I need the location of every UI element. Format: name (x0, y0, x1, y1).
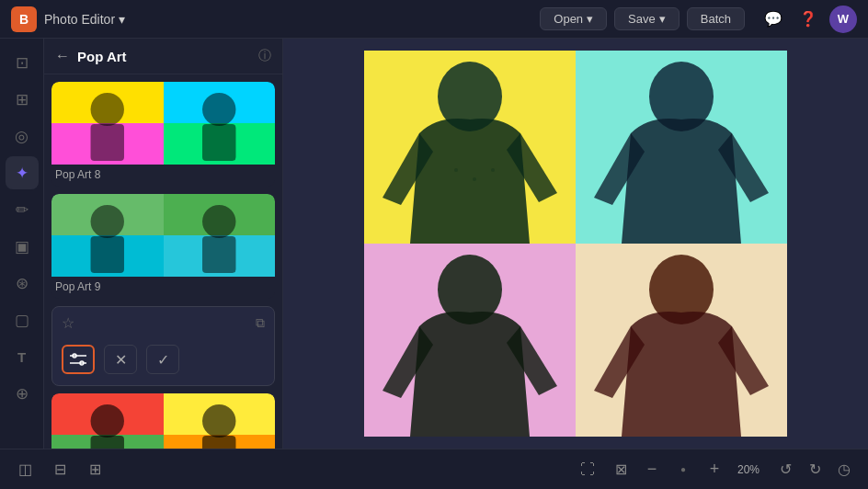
main-content: ⊡ ⊞ ◎ ✦ ✏ ▣ ⊛ ▢ T ⊕ ← Pop Art ⓘ (0, 39, 868, 449)
bottom-bar: ◫ ⊟ ⊞ ⛶ ⊠ − ● + 20% ↺ ↻ ◷ (0, 449, 868, 489)
chat-icon-btn[interactable]: 💬 (760, 6, 787, 33)
effects-panel: ← Pop Art ⓘ (44, 39, 283, 449)
panel-info-icon[interactable]: ⓘ (258, 48, 271, 64)
canvas-area (283, 39, 868, 449)
apply-preset-button[interactable]: ✓ (146, 345, 179, 374)
svg-rect-3 (202, 124, 235, 161)
open-button[interactable]: Open ▾ (540, 7, 607, 30)
svg-rect-1 (91, 124, 124, 161)
sidebar-group-icon[interactable]: ⊛ (6, 267, 39, 300)
svg-rect-13 (91, 436, 124, 449)
sidebar-crop-icon[interactable]: ⊡ (6, 46, 39, 79)
svg-point-17 (454, 168, 458, 172)
app-title-text: Photo Editor (44, 12, 115, 27)
panel-header: ← Pop Art ⓘ (44, 39, 282, 74)
fit-icon[interactable]: ⛶ (574, 456, 601, 483)
sidebar-layers-icon[interactable]: ▣ (6, 230, 39, 263)
sidebar-eye-icon[interactable]: ◎ (6, 119, 39, 153)
undo-button[interactable]: ↺ (772, 457, 798, 483)
favorite-button[interactable]: ☆ (62, 314, 74, 332)
svg-point-14 (202, 404, 235, 438)
pop-art-cell-cream (576, 244, 787, 437)
panel-back-button[interactable]: ← (55, 48, 70, 64)
sidebar-frame-icon[interactable]: ▢ (6, 303, 39, 336)
left-sidebar: ⊡ ⊞ ◎ ✦ ✏ ▣ ⊛ ▢ T ⊕ (0, 39, 44, 449)
svg-rect-7 (202, 236, 235, 273)
copy-button[interactable]: ⧉ (256, 315, 265, 331)
help-icon-btn[interactable]: ❓ (794, 6, 822, 33)
preset-pa9-thumb (51, 194, 275, 277)
app-logo[interactable]: B (11, 6, 37, 32)
adjust-preset-button[interactable] (62, 345, 95, 374)
sidebar-adjust-icon[interactable]: ⊞ (6, 83, 39, 116)
layers-toggle-icon[interactable]: ◫ (11, 456, 39, 483)
preset-pa11-thumb (51, 393, 275, 449)
selected-preset-controls: ☆ ⧉ ✕ ✓ (51, 306, 275, 386)
svg-point-4 (91, 205, 124, 238)
avatar[interactable]: W (829, 6, 857, 33)
app-title-arrow: ▾ (119, 12, 125, 27)
pop-art-cell-pink (364, 244, 576, 437)
preset-list: Pop Art 8 (44, 74, 282, 449)
save-arrow: ▾ (659, 12, 666, 26)
preset-pa9[interactable]: Pop Art 9 (51, 194, 275, 299)
cancel-preset-button[interactable]: ✕ (104, 345, 137, 374)
pop-art-canvas (364, 51, 787, 437)
preset-pa8-thumb (51, 82, 275, 165)
svg-point-6 (202, 205, 235, 238)
zoom-separator: ● (669, 456, 697, 483)
svg-rect-15 (202, 436, 235, 449)
sidebar-effects-icon[interactable]: ✦ (6, 156, 39, 189)
pop-art-cell-cyan (576, 51, 787, 244)
open-arrow: ▾ (587, 12, 593, 26)
svg-point-12 (91, 404, 124, 438)
zoom-out-button[interactable]: − (640, 458, 664, 482)
svg-point-0 (91, 93, 124, 126)
preset-pa9-name: Pop Art 9 (51, 277, 275, 299)
zoom-level-label: 20% (732, 463, 765, 476)
panel-title: Pop Art (77, 49, 251, 64)
svg-point-19 (491, 168, 495, 172)
svg-point-18 (473, 177, 476, 181)
undo-redo-controls: ↺ ↻ ◷ (772, 457, 857, 483)
batch-button[interactable]: Batch (687, 7, 745, 30)
sidebar-text-icon[interactable]: T (6, 340, 39, 373)
svg-rect-5 (91, 236, 124, 273)
preset-pa8-name: Pop Art 8 (51, 165, 275, 187)
preset-pa11[interactable]: Pop Art 11 (51, 393, 275, 449)
compare-icon[interactable]: ⊟ (46, 456, 74, 483)
app-title[interactable]: Photo Editor ▾ (44, 12, 125, 27)
zoom-in-button[interactable]: + (702, 458, 726, 482)
redo-button[interactable]: ↻ (802, 457, 828, 483)
zoom-controls: ⛶ ⊠ − ● + 20% (574, 456, 765, 483)
preset-pa8[interactable]: Pop Art 8 (51, 82, 275, 187)
svg-point-2 (202, 93, 235, 126)
topbar-icons: 💬 ❓ W (760, 6, 857, 33)
sidebar-brush-icon[interactable]: ✏ (6, 193, 39, 226)
topbar: B Photo Editor ▾ Open ▾ Save ▾ Batch 💬 ❓… (0, 0, 868, 39)
fullscreen-icon[interactable]: ⊠ (607, 456, 634, 483)
pop-art-cell-yellow (364, 51, 576, 244)
save-button[interactable]: Save ▾ (614, 7, 680, 30)
sidebar-plugin-icon[interactable]: ⊕ (6, 377, 39, 410)
grid-toggle-icon[interactable]: ⊞ (81, 456, 108, 483)
history-button[interactable]: ◷ (831, 457, 857, 483)
